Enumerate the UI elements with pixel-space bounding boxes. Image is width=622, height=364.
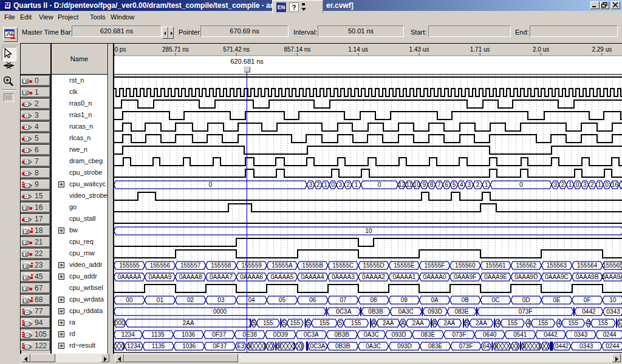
svg-text:0F37: 0F37 xyxy=(212,331,226,338)
svg-text:0442: 0442 xyxy=(582,308,596,315)
svg-text:0442: 0442 xyxy=(555,343,569,349)
svg-text:0AAAA0: 0AAAA0 xyxy=(423,274,446,280)
svg-text:0: 0 xyxy=(378,181,381,188)
svg-text:0AAA9E: 0AAA9E xyxy=(484,274,507,280)
svg-text:0: 0 xyxy=(331,181,335,188)
svg-text:0AAAA5: 0AAAA5 xyxy=(270,274,293,280)
svg-text:0B3B: 0B3B xyxy=(335,343,350,349)
svg-text:A: A xyxy=(372,320,376,326)
svg-text:0 ps: 0 ps xyxy=(115,46,126,53)
svg-text:0B3B: 0B3B xyxy=(368,308,383,315)
svg-text:0541: 0541 xyxy=(513,331,527,338)
svg-text:10: 10 xyxy=(413,181,420,188)
svg-text:6: 6 xyxy=(445,181,448,188)
svg-text:2: 2 xyxy=(561,181,565,188)
svg-text:155: 155 xyxy=(598,320,608,326)
svg-text:15555D: 15555D xyxy=(363,262,384,269)
svg-text:10: 10 xyxy=(365,228,372,234)
svg-text:0F: 0F xyxy=(584,297,591,303)
svg-text:0C3A: 0C3A xyxy=(310,343,325,349)
svg-text:5: 5 xyxy=(282,320,286,326)
svg-text:093D: 093D xyxy=(392,331,406,338)
svg-text:0C3A: 0C3A xyxy=(304,331,319,338)
svg-text:073F: 073F xyxy=(453,331,466,338)
svg-text:0E: 0E xyxy=(553,297,561,303)
svg-text:155565: 155565 xyxy=(603,262,622,269)
svg-text:3: 3 xyxy=(309,181,313,188)
svg-text:E: E xyxy=(618,320,622,326)
svg-text:1: 1 xyxy=(569,181,572,188)
svg-text:0AAA9C: 0AAA9C xyxy=(545,274,568,280)
svg-text:1234: 1234 xyxy=(127,343,141,349)
svg-text:4: 4 xyxy=(496,320,500,326)
svg-text:4: 4 xyxy=(460,181,463,188)
svg-text:1: 1 xyxy=(355,181,358,188)
svg-text:11: 11 xyxy=(406,181,412,188)
svg-text:10: 10 xyxy=(609,297,617,303)
svg-text:0: 0 xyxy=(605,181,609,188)
svg-text:1135: 1135 xyxy=(152,343,165,349)
svg-text:00: 00 xyxy=(126,297,133,303)
svg-text:2AA: 2AA xyxy=(443,320,455,326)
svg-text:0AAAA6: 0AAAA6 xyxy=(240,274,263,280)
svg-text:16: 16 xyxy=(612,181,619,188)
svg-text:155: 155 xyxy=(320,320,330,326)
svg-text:0: 0 xyxy=(209,181,213,188)
svg-text:1036: 1036 xyxy=(182,343,196,349)
svg-text:0: 0 xyxy=(522,343,526,349)
svg-text:0AAA9B: 0AAA9B xyxy=(576,274,599,280)
svg-text:4: 4 xyxy=(557,320,561,326)
svg-text:2.0 us: 2.0 us xyxy=(533,46,549,53)
svg-text:155556: 155556 xyxy=(150,262,171,269)
svg-text:07: 07 xyxy=(340,297,347,303)
svg-text:0A3C: 0A3C xyxy=(364,331,379,338)
svg-text:2AA: 2AA xyxy=(383,320,394,326)
svg-text:073F: 073F xyxy=(519,308,533,315)
svg-text:B: B xyxy=(465,320,469,326)
svg-text:0AAAA7: 0AAAA7 xyxy=(210,274,233,280)
svg-text:E3: E3 xyxy=(237,343,245,349)
svg-text:2AA: 2AA xyxy=(412,320,424,326)
svg-text:0AAAA4: 0AAAA4 xyxy=(301,274,324,280)
svg-text:0AAAA8: 0AAAA8 xyxy=(179,274,202,280)
svg-text:A: A xyxy=(432,320,437,326)
svg-text:0: 0 xyxy=(248,343,252,349)
svg-text:2: 2 xyxy=(590,181,594,188)
svg-text:A: A xyxy=(401,320,405,326)
svg-text:2AA: 2AA xyxy=(476,320,487,326)
svg-text:155559: 155559 xyxy=(241,262,262,269)
svg-text:0D: 0D xyxy=(522,297,530,303)
svg-text:0AAAAA: 0AAAAA xyxy=(117,274,141,280)
svg-text:0C: 0C xyxy=(492,297,500,303)
svg-text:155564: 155564 xyxy=(577,262,598,269)
svg-text:1.71 us: 1.71 us xyxy=(470,46,490,53)
svg-text:15555B: 15555B xyxy=(302,262,323,269)
svg-text:0AAA9D: 0AAA9D xyxy=(514,274,538,280)
svg-text:155560: 155560 xyxy=(455,262,476,269)
svg-text:5: 5 xyxy=(252,320,256,326)
svg-text:155561: 155561 xyxy=(485,262,506,269)
svg-text:155: 155 xyxy=(263,320,273,326)
svg-text:2: 2 xyxy=(346,181,350,188)
svg-text:0C3A: 0C3A xyxy=(336,308,351,315)
svg-text:15555E: 15555E xyxy=(394,262,415,269)
svg-text:093D: 093D xyxy=(428,308,442,315)
svg-text:0: 0 xyxy=(278,343,281,349)
svg-text:15555A: 15555A xyxy=(272,262,293,269)
svg-text:620.681 ns: 620.681 ns xyxy=(230,58,264,65)
svg-text:0343: 0343 xyxy=(574,331,588,338)
svg-text:4: 4 xyxy=(587,320,590,326)
svg-text:8: 8 xyxy=(430,181,434,188)
svg-text:000: 000 xyxy=(115,320,125,326)
svg-text:0343: 0343 xyxy=(606,308,620,315)
svg-text:155: 155 xyxy=(568,320,578,326)
svg-text:0244: 0244 xyxy=(606,343,620,349)
svg-text:0: 0 xyxy=(494,343,498,349)
svg-text:4: 4 xyxy=(527,320,530,326)
svg-text:155: 155 xyxy=(351,320,361,326)
svg-text:0AAAA9: 0AAAA9 xyxy=(148,274,171,280)
svg-text:1.43 us: 1.43 us xyxy=(409,46,429,53)
svg-text:2AA: 2AA xyxy=(183,320,194,326)
svg-text:08: 08 xyxy=(370,297,377,303)
svg-text:0640: 0640 xyxy=(483,331,497,338)
